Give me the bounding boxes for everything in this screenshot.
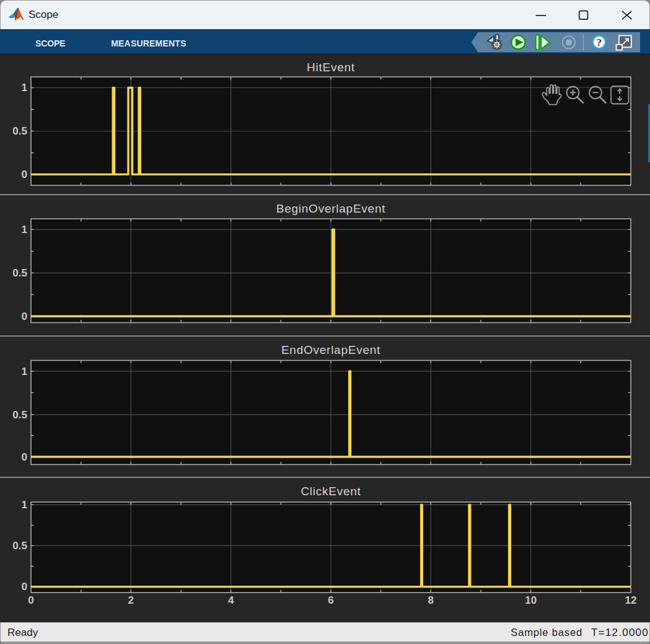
svg-text:1: 1 (22, 499, 27, 511)
svg-text:1: 1 (22, 82, 27, 94)
svg-text:2: 2 (128, 594, 134, 606)
svg-text:0: 0 (22, 169, 27, 180)
svg-text:6: 6 (328, 594, 333, 606)
svg-text:1: 1 (22, 224, 27, 236)
svg-text:HitEvent: HitEvent (307, 61, 355, 74)
svg-text:?: ? (597, 35, 602, 48)
svg-text:0: 0 (22, 311, 27, 322)
svg-text:EndOverlapEvent: EndOverlapEvent (281, 343, 380, 356)
svg-text:8: 8 (428, 594, 434, 606)
svg-text:0.5: 0.5 (12, 267, 27, 279)
svg-text:0.5: 0.5 (12, 540, 27, 552)
svg-text:BeginOverlapEvent: BeginOverlapEvent (276, 202, 385, 215)
svg-text:1: 1 (22, 366, 27, 377)
svg-text:ClickEvent: ClickEvent (301, 485, 361, 498)
svg-text:0: 0 (22, 581, 27, 593)
svg-text:10: 10 (525, 594, 537, 606)
svg-text:12: 12 (625, 594, 637, 606)
svg-text:0: 0 (28, 594, 33, 606)
svg-text:0: 0 (22, 451, 27, 463)
svg-text:4: 4 (228, 594, 234, 606)
svg-text:0.5: 0.5 (12, 409, 27, 421)
svg-text:0.5: 0.5 (12, 125, 27, 137)
